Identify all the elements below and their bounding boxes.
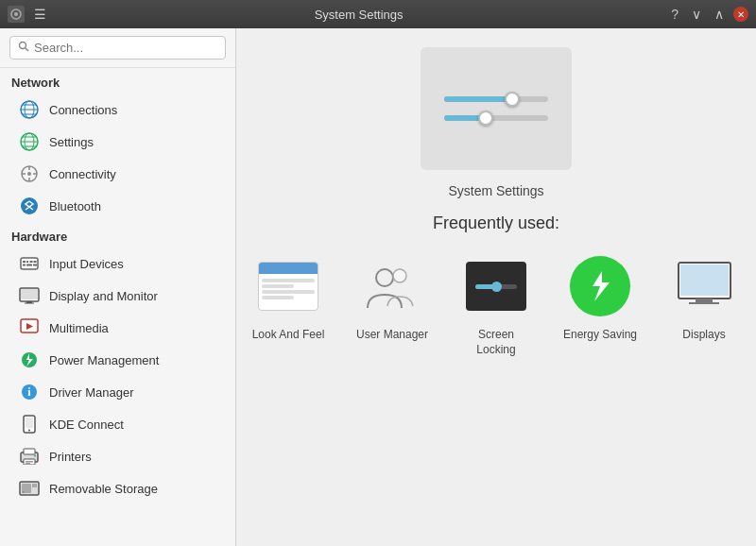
svg-rect-30 xyxy=(21,289,38,299)
sidebar-item-connections[interactable]: Connections xyxy=(0,94,235,126)
app-icon xyxy=(8,6,25,23)
hero-box xyxy=(421,47,572,170)
sidebar-item-connectivity[interactable]: Connectivity xyxy=(0,158,235,190)
svg-rect-24 xyxy=(30,261,33,263)
kde-connect-label: KDE Connect xyxy=(49,418,124,432)
quick-item-user-manager[interactable]: User Manager xyxy=(350,252,435,357)
svg-rect-27 xyxy=(26,264,32,266)
quick-item-screen-locking[interactable]: ScreenLocking xyxy=(454,252,539,357)
display-monitor-icon xyxy=(19,285,40,306)
connectivity-label: Connectivity xyxy=(49,167,116,181)
svg-rect-23 xyxy=(26,261,28,263)
slider-track-1 xyxy=(444,96,548,102)
slider-thumb-2 xyxy=(478,111,493,126)
content-area: System Settings Frequently used: xyxy=(236,28,756,546)
energy-saving-icon xyxy=(566,252,634,320)
slider-thumb-1 xyxy=(505,92,520,107)
driver-manager-icon: i xyxy=(19,382,40,402)
search-container xyxy=(9,36,226,60)
connections-icon xyxy=(19,99,40,120)
removable-storage-label: Removable Storage xyxy=(49,482,158,496)
svg-rect-42 xyxy=(24,449,35,454)
network-settings-icon xyxy=(19,131,40,152)
screen-locking-icon xyxy=(462,252,530,320)
svg-rect-21 xyxy=(21,258,38,269)
svg-point-20 xyxy=(21,197,38,214)
svg-point-15 xyxy=(27,172,31,176)
search-input[interactable] xyxy=(34,41,217,55)
bluetooth-icon xyxy=(19,196,40,216)
kde-connect-icon xyxy=(19,414,40,435)
input-devices-label: Input Devices xyxy=(49,257,124,271)
multimedia-label: Multimedia xyxy=(49,321,109,335)
user-manager-icon xyxy=(358,252,426,320)
quick-item-energy-saving[interactable]: Energy Saving xyxy=(558,252,643,357)
maximize-button[interactable]: ∧ xyxy=(711,5,728,24)
sidebar-item-bluetooth[interactable]: Bluetooth xyxy=(0,190,235,222)
quick-item-look-feel[interactable]: Look And Feel xyxy=(246,252,331,357)
sidebar-item-removable-storage[interactable]: Removable Storage xyxy=(0,472,235,504)
printers-label: Printers xyxy=(49,450,92,464)
energy-saving-label: Energy Saving xyxy=(563,328,637,343)
svg-point-51 xyxy=(376,269,393,286)
titlebar-left: ☰ xyxy=(8,5,50,24)
close-button[interactable]: ✕ xyxy=(733,7,748,22)
user-manager-label: User Manager xyxy=(356,328,428,343)
slider-track-2 xyxy=(444,115,548,121)
hero-sliders xyxy=(444,96,548,121)
quick-item-displays[interactable]: Displays xyxy=(662,252,747,357)
svg-point-52 xyxy=(393,269,406,282)
power-management-icon xyxy=(19,350,40,370)
svg-rect-22 xyxy=(23,261,26,263)
svg-point-40 xyxy=(28,430,30,432)
connections-label: Connections xyxy=(49,103,117,117)
minimize-button[interactable]: ∨ xyxy=(688,5,705,24)
search-bar xyxy=(0,28,235,68)
displays-icon xyxy=(670,252,738,320)
main-container: Network Connections xyxy=(0,28,756,546)
hamburger-menu-button[interactable]: ☰ xyxy=(30,5,50,24)
power-management-label: Power Management xyxy=(49,353,159,367)
sidebar-item-display-monitor[interactable]: Display and Monitor xyxy=(0,280,235,312)
svg-rect-45 xyxy=(26,463,30,465)
sidebar-item-settings[interactable]: Settings xyxy=(0,126,235,158)
svg-rect-25 xyxy=(34,261,37,263)
bluetooth-label: Bluetooth xyxy=(49,199,101,213)
input-devices-icon xyxy=(19,253,40,274)
connectivity-icon xyxy=(19,163,40,184)
display-monitor-label: Display and Monitor xyxy=(49,289,158,303)
hero-title: System Settings xyxy=(448,183,543,198)
svg-point-2 xyxy=(20,43,26,49)
multimedia-icon xyxy=(19,317,40,338)
look-feel-label: Look And Feel xyxy=(252,328,325,343)
svg-rect-26 xyxy=(23,264,26,266)
sidebar-item-input-devices[interactable]: Input Devices xyxy=(0,247,235,280)
driver-manager-label: Driver Manager xyxy=(49,385,134,400)
window-controls: ? ∨ ∧ ✕ xyxy=(667,5,748,24)
svg-point-50 xyxy=(23,491,25,493)
search-icon xyxy=(18,41,29,55)
section-header-network: Network xyxy=(0,68,235,94)
svg-rect-39 xyxy=(26,418,33,428)
sidebar-item-printers[interactable]: Printers xyxy=(0,440,235,472)
svg-point-1 xyxy=(14,12,18,16)
svg-point-46 xyxy=(34,455,36,457)
sidebar-item-driver-manager[interactable]: i Driver Manager xyxy=(0,376,235,408)
removable-storage-icon xyxy=(19,478,40,499)
sidebar-item-multimedia[interactable]: Multimedia xyxy=(0,312,235,344)
settings-label: Settings xyxy=(49,135,94,149)
svg-rect-54 xyxy=(680,264,729,296)
quick-items-container: Look And Feel User Manager xyxy=(246,252,747,357)
sidebar: Network Connections xyxy=(0,28,236,546)
titlebar: ☰ System Settings ? ∨ ∧ ✕ xyxy=(0,0,756,28)
svg-line-3 xyxy=(26,48,28,51)
frequently-title: Frequently used: xyxy=(433,213,559,233)
look-feel-icon xyxy=(254,252,322,320)
printers-icon xyxy=(19,446,40,467)
help-button[interactable]: ? xyxy=(667,5,682,24)
displays-label: Displays xyxy=(682,328,725,343)
window-title: System Settings xyxy=(50,8,667,22)
sidebar-item-power-management[interactable]: Power Management xyxy=(0,344,235,376)
svg-rect-44 xyxy=(26,461,33,463)
sidebar-item-kde-connect[interactable]: KDE Connect xyxy=(0,408,235,440)
